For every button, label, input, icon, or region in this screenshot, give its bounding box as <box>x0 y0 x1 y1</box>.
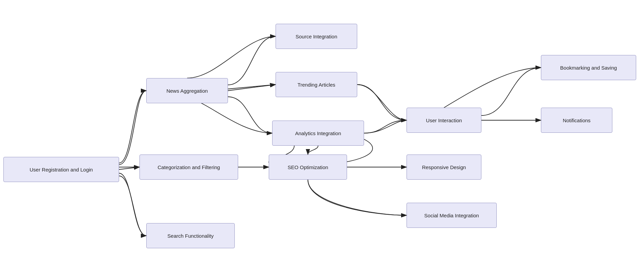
node-social-media: Social Media Integration <box>407 203 497 228</box>
node-source-integration: Source Integration <box>276 24 357 49</box>
node-user-interaction: User Interaction <box>407 108 481 133</box>
node-bookmarking: Bookmarking and Saving <box>541 55 636 80</box>
node-search-functionality: Search Functionality <box>146 223 235 248</box>
node-trending-articles: Trending Articles <box>276 72 357 97</box>
node-seo-optimization: SEO Optimization <box>269 155 347 180</box>
node-news-aggregation: News Aggregation <box>146 78 228 103</box>
node-notifications: Notifications <box>541 108 612 133</box>
node-categorization: Categorization and Filtering <box>139 155 238 180</box>
node-responsive-design: Responsive Design <box>407 155 481 180</box>
node-analytics-integration: Analytics Integration <box>272 121 364 146</box>
node-user-registration: User Registration and Login <box>3 157 119 182</box>
